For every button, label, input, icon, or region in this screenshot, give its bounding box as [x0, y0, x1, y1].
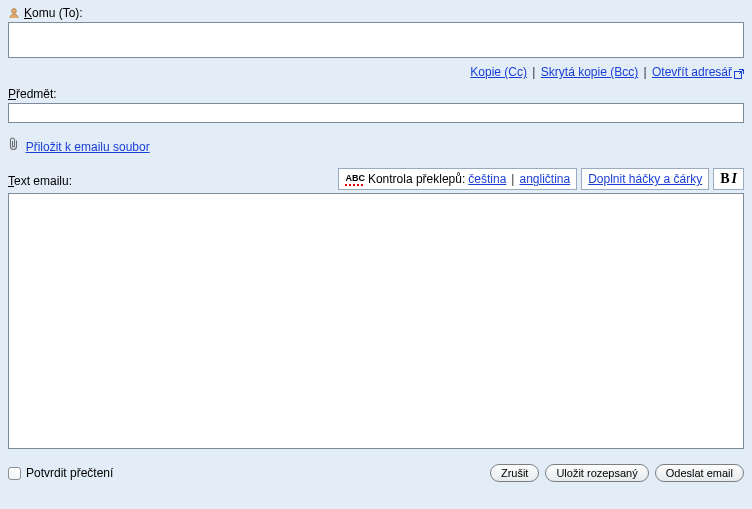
save-draft-button[interactable]: Uložit rozepsaný	[545, 464, 648, 482]
confirm-read-text: Potvrdit přečtení	[26, 466, 113, 480]
subject-label-rest: ředmět:	[16, 87, 57, 101]
to-label: Komu (To):	[8, 6, 83, 20]
cc-bcc-links: Kopie (Cc) | Skrytá kopie (Bcc) | Otevří…	[8, 65, 744, 79]
confirm-read-label[interactable]: Potvrdit přečtení	[8, 466, 113, 480]
subject-label-accel: P	[8, 87, 16, 101]
separator: |	[530, 65, 537, 79]
open-addressbook-link[interactable]: Otevřít adresář	[652, 65, 744, 79]
spellcheck-icon: ABC	[345, 173, 365, 186]
spellcheck-english-link[interactable]: angličtina	[519, 172, 570, 186]
to-label-rest: omu (To):	[32, 6, 83, 20]
to-input[interactable]	[8, 22, 744, 58]
spellcheck-label: Kontrola překlepů:	[368, 172, 465, 186]
bold-icon: B	[720, 171, 729, 187]
svg-point-0	[12, 9, 17, 14]
add-diacritics-link[interactable]: Doplnit háčky a čárky	[588, 172, 702, 186]
cancel-button[interactable]: Zrušit	[490, 464, 540, 482]
bcc-link[interactable]: Skrytá kopie (Bcc)	[541, 65, 638, 79]
body-label: Text emailu:	[8, 174, 72, 188]
format-box[interactable]: B I	[713, 168, 744, 190]
to-label-accel: K	[24, 6, 32, 20]
confirm-read-checkbox[interactable]	[8, 467, 21, 480]
subject-input[interactable]	[8, 103, 744, 123]
subject-label: Předmět:	[8, 87, 57, 101]
open-addressbook-label: Otevřít adresář	[652, 65, 732, 79]
attach-file-link[interactable]: Přiložit k emailu soubor	[26, 140, 150, 154]
spellcheck-czech-link[interactable]: čeština	[468, 172, 506, 186]
diacritics-box: Doplnit háčky a čárky	[581, 168, 709, 190]
separator: |	[642, 65, 649, 79]
body-textarea[interactable]	[8, 193, 744, 449]
send-button[interactable]: Odeslat email	[655, 464, 744, 482]
spellcheck-box: ABC Kontrola překlepů: čeština | angličt…	[338, 168, 577, 190]
separator: |	[509, 172, 516, 186]
body-label-rest: ext emailu:	[14, 174, 72, 188]
external-link-icon	[734, 68, 744, 78]
person-icon	[8, 7, 20, 19]
cc-link[interactable]: Kopie (Cc)	[470, 65, 527, 79]
paperclip-icon	[8, 139, 23, 154]
italic-icon: I	[732, 171, 737, 187]
